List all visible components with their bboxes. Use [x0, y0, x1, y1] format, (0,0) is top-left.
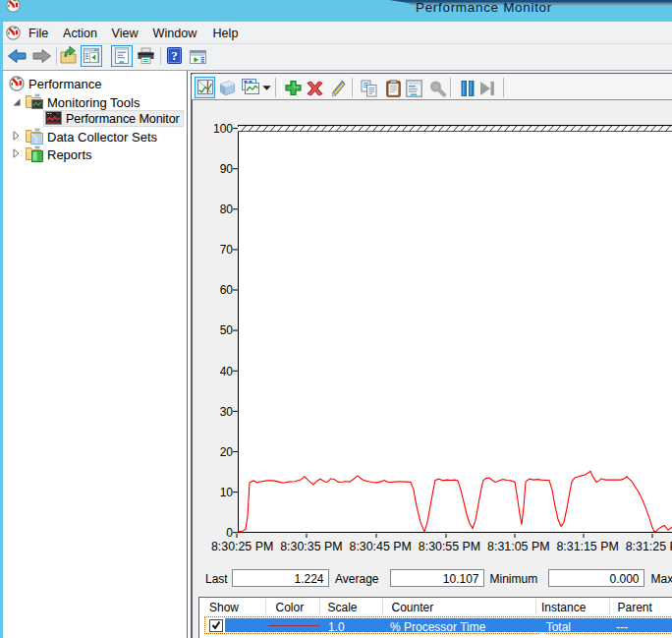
svg-text:?: ? — [171, 48, 178, 63]
